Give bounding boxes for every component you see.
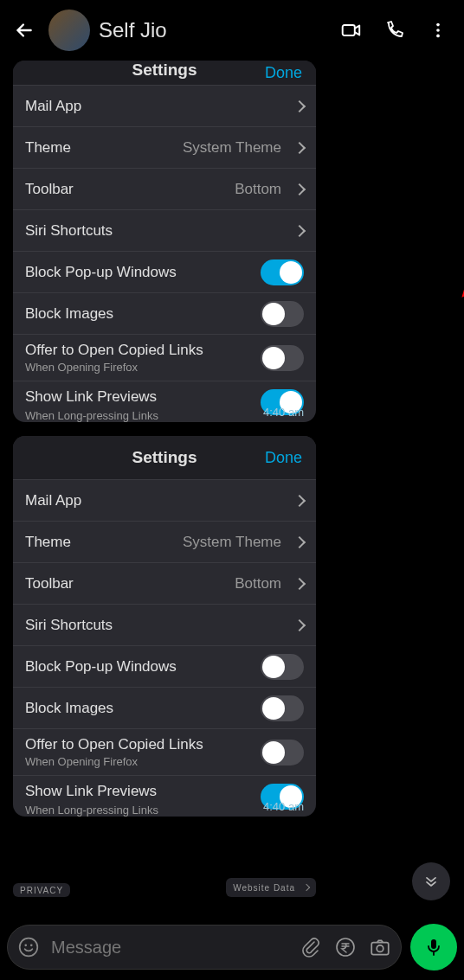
settings-row-link-previews: Show Link Previews When Long-pressing Li… [13,381,316,422]
video-call-button[interactable] [334,13,369,48]
settings-title: Settings [132,61,197,80]
row-label: Toolbar [25,575,235,592]
fragment-label: Website Data [233,883,295,893]
row-label: Toolbar [25,181,235,198]
row-label: Siri Shortcuts [25,617,290,634]
chat-body[interactable]: Settings Done Mail App Theme System Them… [0,61,464,909]
emoji-button[interactable] [16,935,41,959]
message-timestamp: 4:40 am [263,800,304,813]
row-label: Theme [25,139,183,157]
camera-button[interactable] [368,935,392,959]
message-timestamp: 4:40 am [263,406,304,419]
settings-row-link-previews: Show Link Previews When Long-pressing Li… [13,775,316,817]
settings-row-block-images: Block Images [13,292,316,334]
svg-point-9 [377,945,383,952]
row-label: Mail App [25,492,290,509]
row-sublabel: When Long-pressing Links [25,804,158,817]
row-value: Bottom [235,181,281,198]
row-label: Offer to Open Copied Links [25,342,203,359]
toggle-switch [261,654,304,680]
chevron-right-icon [293,141,306,153]
chat-title[interactable]: Self Jio [99,18,325,42]
microphone-icon [423,937,444,958]
camera-icon [369,936,391,958]
attach-button[interactable] [299,935,323,959]
svg-point-3 [436,35,440,38]
chevron-right-icon [293,224,306,236]
row-sublabel: When Opening Firefox [25,361,138,374]
chevron-right-icon [293,99,306,112]
row-value: System Theme [183,139,281,157]
row-label: Siri Shortcuts [25,222,290,240]
done-button: Done [265,449,302,467]
row-sublabel: When Opening Firefox [25,755,138,768]
avatar[interactable] [48,10,90,51]
svg-rect-8 [371,943,389,955]
payment-button[interactable] [333,935,358,959]
chevron-right-icon [303,884,310,891]
emoji-icon [17,936,40,958]
paperclip-icon [300,937,321,958]
settings-row-block-images: Block Images [13,687,316,728]
screenshot-settings: Settings Done Mail App Theme System Them… [13,436,316,817]
row-sublabel: When Long-pressing Links [25,409,158,422]
toggle-switch [261,345,304,371]
menu-button[interactable] [421,13,455,48]
message-input-bar: Message [7,923,457,971]
row-value: Bottom [235,575,281,592]
voice-record-button[interactable] [410,924,457,970]
toggle-switch [261,695,304,721]
message-placeholder: Message [51,938,288,958]
toggle-switch [261,740,304,765]
video-icon [340,19,363,42]
rupee-icon [335,937,356,958]
svg-rect-0 [343,25,355,35]
settings-header: Settings Done [13,61,316,85]
settings-row-siri: Siri Shortcuts [13,604,316,645]
message-bubble[interactable]: Settings Done Mail App Theme System Them… [13,436,464,817]
chevron-right-icon [293,494,306,506]
voice-call-button[interactable] [377,13,412,48]
row-label: Show Link Previews [25,783,157,802]
row-label: Theme [25,534,183,551]
settings-row-theme: Theme System Theme [13,521,316,562]
settings-row-theme: Theme System Theme [13,126,316,168]
svg-point-1 [436,23,440,27]
settings-row-mail-app: Mail App [13,479,316,521]
row-value: System Theme [183,534,281,551]
done-button: Done [265,64,302,82]
chevron-right-icon [293,577,306,589]
settings-row-copied-links: Offer to Open Copied Links When Opening … [13,728,316,775]
svg-point-4 [20,938,38,957]
toggle-switch [261,259,304,285]
screenshot-settings: Settings Done Mail App Theme System Them… [13,61,316,422]
row-label: Show Link Previews [25,388,157,407]
scroll-to-bottom-button[interactable] [412,862,450,900]
more-vertical-icon [429,21,448,40]
row-label: Offer to Open Copied Links [25,736,203,753]
double-chevron-down-icon [422,873,440,890]
settings-header: Settings Done [13,436,316,479]
settings-row-popup: Block Pop-up Windows [13,251,316,292]
fragment-label-privacy: PRIVACY [13,883,70,897]
chevron-right-icon [293,535,306,548]
toggle-switch [261,301,304,327]
svg-point-2 [436,29,440,32]
settings-row-mail-app: Mail App [13,85,316,126]
message-bubble[interactable]: Settings Done Mail App Theme System Them… [13,61,464,422]
message-bubble-fragment[interactable]: PRIVACY Website Data [13,878,316,897]
settings-title: Settings [132,448,197,467]
row-label: Mail App [25,98,290,115]
svg-point-6 [30,945,33,947]
settings-row-copied-links: Offer to Open Copied Links When Opening … [13,334,316,381]
message-input[interactable]: Message [7,925,402,970]
phone-icon [384,20,405,41]
fragment-row-website-data: Website Data [226,878,316,897]
chat-header: Self Jio [0,0,464,61]
settings-row-siri: Siri Shortcuts [13,209,316,251]
svg-rect-10 [431,939,436,949]
back-button[interactable] [9,15,40,46]
svg-point-5 [24,945,27,947]
chevron-right-icon [293,183,306,195]
settings-row-toolbar: Toolbar Bottom [13,168,316,209]
